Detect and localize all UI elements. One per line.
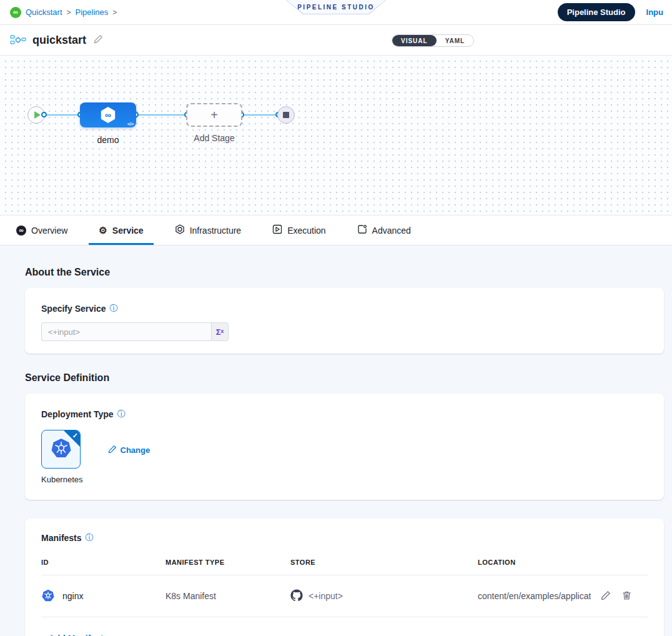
specify-service-label: Specify Service — [41, 304, 106, 314]
manifest-row[interactable]: nginx K8s Manifest <+input> content/en/e… — [41, 575, 648, 617]
column-location: LOCATION — [478, 559, 648, 566]
breadcrumb-separator: > — [67, 8, 71, 17]
service-definition-card: Deployment Type ⓘ — [25, 394, 664, 500]
tab-overview[interactable]: ∞ Overview — [6, 216, 77, 245]
pipeline-canvas[interactable]: ∞ </> demo + Add Stage — [0, 56, 672, 216]
harness-logo-icon: ∞ — [10, 7, 21, 18]
column-store: STORE — [290, 559, 478, 566]
tab-infrastructure[interactable]: Infrastructure — [165, 216, 251, 245]
change-deployment-type-link[interactable]: Change — [108, 445, 151, 455]
overview-icon: ∞ — [16, 226, 26, 236]
breadcrumb-quickstart[interactable]: Quickstart — [26, 7, 62, 17]
tab-service[interactable]: ⚙ Service — [89, 216, 153, 245]
connector-point — [41, 112, 47, 117]
stage-label-demo: demo — [80, 135, 136, 145]
manifests-card: Manifests ⓘ ID MANIFEST TYPE STORE LOCAT… — [25, 519, 664, 636]
add-stage-button[interactable]: + — [186, 103, 242, 127]
info-icon[interactable]: ⓘ — [110, 303, 118, 314]
manifest-type: K8s Manifest — [166, 591, 290, 601]
specify-service-input[interactable] — [41, 322, 211, 341]
edge-demo-addstage — [135, 114, 187, 116]
gear-icon: ⚙ — [99, 226, 107, 235]
toggle-yaml[interactable]: YAML — [437, 35, 473, 46]
edit-manifest-button[interactable] — [600, 589, 612, 604]
edge-start-demo — [44, 114, 81, 116]
info-icon[interactable]: ⓘ — [117, 409, 126, 420]
advanced-icon — [357, 224, 367, 236]
breadcrumb: ∞ Quickstart > Pipelines > — [10, 7, 117, 18]
pencil-icon — [108, 445, 117, 455]
pencil-icon — [601, 590, 611, 602]
infrastructure-icon — [175, 224, 185, 236]
delete-manifest-button[interactable] — [621, 589, 633, 604]
tab-advanced[interactable]: Advanced — [347, 216, 421, 245]
title-bar: quickstart VISUAL YAML — [0, 25, 672, 56]
play-icon — [34, 111, 41, 119]
manifests-table-header: ID MANIFEST TYPE STORE LOCATION — [41, 552, 648, 575]
pipeline-name: quickstart — [32, 34, 86, 47]
add-stage-label: Add Stage — [186, 133, 242, 143]
breadcrumb-pipelines[interactable]: Pipelines — [76, 7, 109, 17]
manifest-store: <+input> — [309, 591, 343, 601]
pipeline-studio-badge-label: PIPELINE STUDIO — [297, 4, 375, 11]
github-icon — [290, 589, 303, 604]
check-icon: ✓ — [72, 432, 78, 440]
about-service-heading: About the Service — [25, 267, 664, 278]
info-icon[interactable]: ⓘ — [86, 532, 94, 544]
pipeline-studio-badge: PIPELINE STUDIO — [286, 0, 386, 14]
kubernetes-manifest-icon — [41, 589, 55, 604]
deployment-type-label: Deployment Type — [41, 409, 114, 419]
input-sets-link[interactable]: Inpu — [646, 7, 663, 17]
manifest-id: nginx — [62, 591, 83, 601]
add-manifest-link[interactable]: + Add Manifest — [41, 634, 103, 636]
pipeline-icon — [10, 35, 26, 45]
breadcrumb-separator: > — [112, 8, 117, 17]
kubernetes-type-card[interactable]: ✓ — [41, 430, 81, 469]
trash-icon — [622, 590, 631, 602]
edit-pipeline-name-button[interactable] — [92, 33, 104, 47]
expression-sigma-button[interactable]: Σˣ — [211, 322, 229, 341]
tab-execution[interactable]: Execution — [262, 216, 335, 245]
code-icon: </> — [127, 122, 134, 126]
edge-addstage-end — [240, 114, 279, 116]
kubernetes-caption: Kubernetes — [41, 475, 83, 484]
service-tab-content: About the Service Specify Service ⓘ Σˣ S… — [0, 246, 672, 636]
manifests-heading: Manifests — [41, 533, 82, 543]
manifests-table: ID MANIFEST TYPE STORE LOCATION — [41, 552, 648, 636]
column-id: ID — [41, 559, 166, 566]
pipeline-end-node[interactable] — [277, 106, 295, 124]
column-manifest-type: MANIFEST TYPE — [166, 559, 290, 566]
plus-icon: + — [210, 108, 218, 122]
deployment-type-option: ✓ Kubernetes — [41, 430, 83, 484]
stop-icon — [283, 112, 289, 118]
execution-icon — [272, 224, 282, 236]
visual-yaml-toggle: VISUAL YAML — [392, 34, 474, 47]
stage-tab-bar: ∞ Overview ⚙ Service Infrastructure Exec… — [0, 216, 672, 246]
about-service-card: Specify Service ⓘ Σˣ — [25, 288, 664, 354]
pipeline-studio-page: ∞ Quickstart > Pipelines > PIPELINE STUD… — [0, 0, 672, 636]
stage-node-demo[interactable]: ∞ </> — [80, 102, 136, 127]
service-definition-heading: Service Definition — [25, 372, 664, 384]
harness-cd-stage-icon: ∞ — [100, 107, 116, 123]
top-bar: ∞ Quickstart > Pipelines > PIPELINE STUD… — [0, 0, 672, 25]
pipeline-studio-button[interactable]: Pipeline Studio — [558, 3, 635, 21]
pencil-icon — [94, 34, 103, 46]
top-bar-right: Pipeline Studio Inpu — [558, 3, 663, 21]
manifest-location: content/en/examples/applicat — [478, 591, 591, 601]
toggle-visual[interactable]: VISUAL — [392, 35, 437, 46]
